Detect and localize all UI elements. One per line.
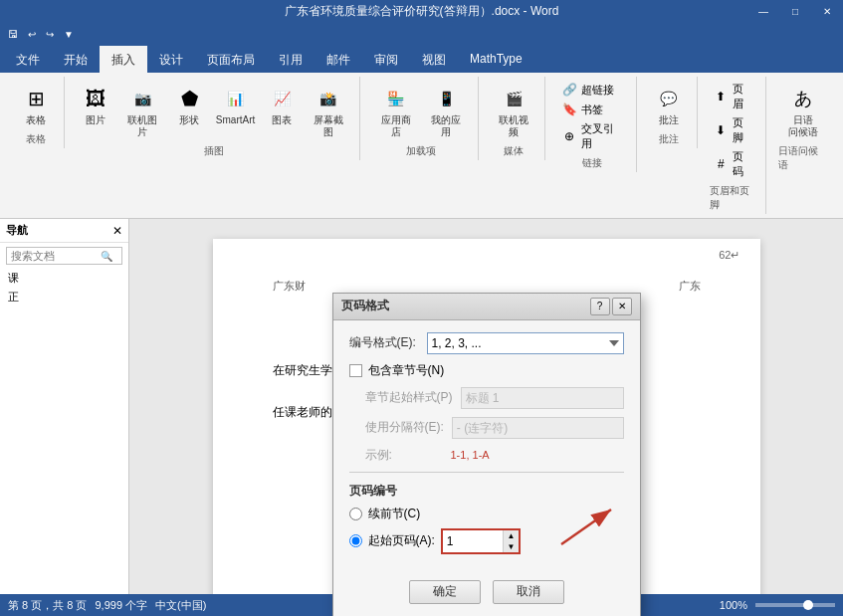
tab-home[interactable]: 开始 (52, 46, 100, 73)
tab-design[interactable]: 设计 (147, 46, 195, 73)
my-apps-label: 我的应用 (427, 114, 466, 138)
insert-table-button[interactable]: ⊞ 表格 (16, 81, 56, 128)
include-chapter-checkbox[interactable] (349, 364, 362, 377)
ok-button[interactable]: 确定 (409, 580, 481, 604)
group-label-addins: 加载项 (406, 144, 436, 160)
insert-smartart-button[interactable]: 📊 SmartArt (213, 81, 259, 128)
insert-shape-button[interactable]: ⬟ 形状 (170, 81, 209, 128)
links-small-group: 🔗 超链接 🔖 书签 ⊕ 交叉引用 (557, 81, 627, 152)
tab-layout[interactable]: 页面布局 (195, 46, 267, 73)
insert-picture-button[interactable]: 🖼 图片 (77, 81, 115, 128)
modal-overlay: 页码格式 ? ✕ 编号格式(E): (213, 239, 760, 616)
include-chapter-label: 包含章节号(N) (368, 362, 445, 379)
header-footer-small-group: ⬆ 页眉 ⬇ 页脚 # 页码 (710, 81, 758, 180)
start-at-input[interactable]: 1 (443, 531, 503, 551)
cancel-button[interactable]: 取消 (493, 580, 564, 604)
nav-item-2[interactable]: 正 (0, 288, 128, 307)
tab-review[interactable]: 审阅 (362, 46, 410, 73)
word-count: 9,999 个字 (95, 598, 147, 613)
quick-access-toolbar: 🖫 ↩ ↪ ▼ (0, 22, 843, 46)
red-arrow-annotation (551, 495, 631, 557)
nav-search-box[interactable]: 🔍 (6, 247, 122, 265)
window-controls: — □ ✕ (747, 0, 843, 22)
start-at-spinner[interactable]: 1 ▲ ▼ (441, 528, 521, 554)
continue-label: 续前节(C) (368, 506, 421, 522)
group-label-table: 表格 (26, 132, 46, 148)
tab-file[interactable]: 文件 (4, 46, 52, 73)
online-picture-label: 联机图片 (123, 114, 162, 138)
close-button[interactable]: ✕ (811, 0, 843, 22)
header-icon: ⬆ (714, 89, 729, 104)
app-store-button[interactable]: 🏪 应用商店 (372, 81, 419, 140)
language-indicator: 中文(中国) (155, 598, 206, 613)
my-apps-button[interactable]: 📱 我的应用 (423, 81, 470, 140)
japanese-label: 日语问候语 (788, 114, 818, 138)
separator-select: - (连字符) (452, 417, 624, 439)
smartart-label: SmartArt (216, 114, 255, 126)
start-at-radio[interactable] (349, 534, 362, 547)
bookmark-button[interactable]: 🔖 书签 (557, 101, 627, 118)
spin-up-button[interactable]: ▲ (503, 530, 519, 541)
online-video-button[interactable]: 🎬 联机视频 (491, 81, 537, 140)
format-row: 编号格式(E): 1, 2, 3, ... a, b, c, ... A, B,… (349, 332, 624, 354)
online-video-label: 联机视频 (495, 114, 533, 138)
dialog-close-button[interactable]: ✕ (612, 298, 632, 315)
nav-pane-close[interactable]: ✕ (112, 224, 122, 238)
hyperlink-button[interactable]: 🔗 超链接 (557, 81, 627, 99)
qa-redo[interactable]: ↪ (42, 27, 58, 42)
footer-label: 页脚 (733, 115, 753, 145)
status-left: 第 8 页，共 8 页 9,999 个字 中文(中国) (8, 598, 206, 613)
separator-label: 使用分隔符(E): (365, 419, 444, 436)
smartart-icon: 📊 (220, 83, 252, 114)
example-label: 示例: (365, 447, 435, 464)
header-button[interactable]: ⬆ 页眉 (710, 81, 758, 112)
bookmark-icon: 🔖 (561, 102, 577, 117)
qa-dropdown[interactable]: ▼ (60, 27, 78, 42)
dialog-divider (349, 472, 624, 473)
maximize-button[interactable]: □ (779, 0, 811, 22)
hyperlink-icon: 🔗 (561, 82, 577, 98)
document-title: 广东省环境质量综合评价研究(答辩用）.docx - Word (285, 3, 559, 20)
ribbon-group-comments: 💬 批注 批注 (641, 77, 698, 148)
cross-reference-button[interactable]: ⊕ 交叉引用 (557, 120, 627, 152)
tab-insert[interactable]: 插入 (100, 46, 147, 73)
dialog-title: 页码格式 (341, 298, 389, 314)
continue-radio[interactable] (349, 508, 362, 520)
ribbon: 文件 开始 插入 设计 页面布局 引用 邮件 审阅 视图 MathType ⊞ … (0, 46, 843, 219)
screenshot-label: 屏幕截图 (310, 114, 348, 138)
japanese-greeting-button[interactable]: あ 日语问候语 (783, 81, 823, 140)
svg-line-1 (561, 510, 611, 544)
qa-undo[interactable]: ↩ (24, 27, 40, 42)
format-select[interactable]: 1, 2, 3, ... a, b, c, ... A, B, C, ... i… (427, 332, 624, 354)
tab-mailings[interactable]: 邮件 (315, 46, 362, 73)
page-number-button[interactable]: # 页码 (710, 148, 758, 180)
comment-button[interactable]: 💬 批注 (649, 81, 689, 128)
my-apps-icon: 📱 (430, 83, 462, 114)
table-label: 表格 (26, 114, 46, 126)
app-store-icon: 🏪 (380, 83, 412, 114)
online-video-icon: 🎬 (498, 83, 529, 114)
qa-save[interactable]: 🖫 (4, 27, 22, 42)
dialog-help-button[interactable]: ? (590, 298, 610, 315)
nav-item-1[interactable]: 课 (0, 269, 128, 288)
nav-search-input[interactable] (11, 250, 101, 262)
spin-buttons: ▲ ▼ (503, 530, 519, 552)
spin-down-button[interactable]: ▼ (503, 541, 519, 552)
insert-chart-button[interactable]: 📈 图表 (263, 81, 302, 128)
example-value: 1-1, 1-A (451, 449, 490, 461)
minimize-button[interactable]: — (747, 0, 779, 22)
insert-screenshot-button[interactable]: 📸 屏幕截图 (306, 81, 352, 140)
comment-label: 批注 (659, 114, 679, 126)
zoom-slider[interactable] (755, 603, 835, 607)
footer-button[interactable]: ⬇ 页脚 (710, 114, 758, 146)
insert-online-picture-button[interactable]: 📷 联机图片 (119, 81, 166, 140)
online-picture-icon: 📷 (126, 83, 158, 114)
tab-references[interactable]: 引用 (267, 46, 315, 73)
group-label-media: 媒体 (504, 144, 524, 160)
tab-view[interactable]: 视图 (410, 46, 458, 73)
include-chapter-row: 包含章节号(N) (349, 362, 624, 379)
ribbon-group-header-footer: ⬆ 页眉 ⬇ 页脚 # 页码 页眉和页脚 (702, 77, 767, 214)
hyperlink-label: 超链接 (581, 83, 614, 98)
group-label-illustration: 插图 (204, 144, 224, 160)
tab-mathtype[interactable]: MathType (458, 46, 534, 73)
